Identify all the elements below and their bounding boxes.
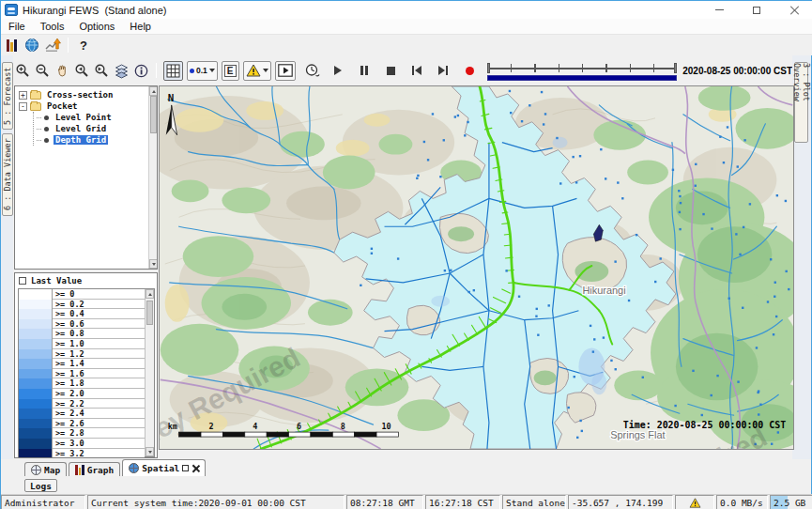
status-memory: 2.5 GB bbox=[770, 495, 812, 509]
zoom-next-button[interactable] bbox=[93, 61, 111, 81]
tab-close-icon[interactable] bbox=[192, 465, 199, 472]
warning-icon bbox=[689, 498, 701, 508]
zoom-previous-button[interactable] bbox=[73, 61, 91, 81]
legend-swatch bbox=[19, 339, 53, 349]
record-button[interactable] bbox=[461, 61, 479, 81]
map-canvas[interactable]: API Key Required API Key Required Hikura… bbox=[159, 85, 794, 450]
thresholds-dropdown[interactable] bbox=[243, 61, 271, 81]
scrollbar-thumb[interactable] bbox=[150, 96, 157, 133]
legend-row: >= 0.6 bbox=[19, 319, 145, 330]
status-warning-cell[interactable] bbox=[675, 495, 714, 509]
scroll-down-icon[interactable] bbox=[149, 259, 158, 269]
legend-rows: >= 0 >= 0.2 >= 0.4 bbox=[19, 289, 145, 456]
scrollbar-thumb[interactable] bbox=[146, 301, 153, 325]
help-button[interactable]: ? bbox=[74, 36, 93, 54]
tree-scrollbar[interactable] bbox=[148, 86, 157, 269]
place-label: Springs Flat bbox=[610, 429, 665, 440]
play-button[interactable] bbox=[329, 61, 347, 81]
legend-swatch bbox=[19, 319, 53, 330]
map-display-button[interactable] bbox=[23, 36, 41, 54]
legend-swatch bbox=[19, 419, 53, 429]
step-back-button[interactable] bbox=[408, 61, 426, 81]
legend-row-label: >= 1.4 bbox=[53, 359, 145, 369]
pause-button[interactable] bbox=[356, 61, 374, 81]
tab-graph-label: Graph bbox=[87, 465, 115, 475]
tree-item-label[interactable]: Pocket bbox=[45, 101, 80, 111]
scalebar-tick: 2 bbox=[208, 422, 213, 431]
step-forward-button[interactable] bbox=[435, 61, 452, 81]
legend-swatch bbox=[19, 300, 53, 310]
scroll-up-icon[interactable] bbox=[149, 86, 158, 96]
info-button[interactable] bbox=[132, 61, 150, 81]
legend-swatch bbox=[19, 349, 53, 360]
tree-item-depth-grid[interactable]: Depth Grid bbox=[37, 134, 155, 146]
collapse-icon[interactable]: - bbox=[19, 102, 27, 111]
timeline-start-handle[interactable] bbox=[487, 63, 490, 73]
timeline-end-handle[interactable] bbox=[674, 63, 677, 73]
tab-plot-overview[interactable]: 3 : Plot Overview bbox=[794, 62, 808, 143]
legend-scrollbar[interactable] bbox=[145, 289, 154, 456]
menu-file[interactable]: File bbox=[1, 20, 33, 33]
legend-row-label: >= 2.0 bbox=[53, 389, 145, 399]
tab-spatial[interactable]: Spatial bbox=[122, 459, 206, 476]
tree-item-label[interactable]: Level Grid bbox=[54, 124, 108, 133]
tab-maximize-icon[interactable] bbox=[182, 465, 189, 471]
tree-item-level-grid[interactable]: Level Grid bbox=[37, 123, 155, 134]
filter-tree-panel: + Cross-section - Pocket Level Point bbox=[14, 85, 158, 270]
database-button[interactable] bbox=[2, 36, 21, 54]
left-panel: + Cross-section - Pocket Level Point bbox=[13, 85, 159, 458]
menu-help[interactable]: Help bbox=[122, 20, 159, 33]
tab-map[interactable]: Map bbox=[24, 462, 67, 476]
class-break-dropdown[interactable]: 0.1 bbox=[187, 61, 218, 81]
globe-icon bbox=[24, 38, 39, 53]
timeline-track[interactable] bbox=[487, 63, 678, 72]
maximize-button[interactable] bbox=[738, 1, 775, 19]
tree-item-label[interactable]: Level Point bbox=[54, 113, 114, 122]
menu-tools[interactable]: Tools bbox=[33, 20, 72, 33]
tree-item-pocket[interactable]: - Pocket bbox=[17, 100, 155, 112]
pause-icon bbox=[360, 66, 368, 75]
animation-button[interactable] bbox=[275, 61, 296, 81]
pan-button[interactable] bbox=[54, 61, 71, 81]
expand-icon[interactable]: + bbox=[19, 91, 27, 100]
layers-button[interactable] bbox=[113, 61, 130, 81]
scroll-up-icon[interactable] bbox=[146, 289, 154, 299]
last-value-row: Last Value bbox=[15, 273, 157, 287]
legend-row: >= 1.4 bbox=[19, 359, 145, 369]
step-forward-icon bbox=[438, 66, 448, 75]
close-button[interactable] bbox=[775, 1, 812, 19]
logs-row: Logs bbox=[13, 477, 57, 493]
menu-options[interactable]: Options bbox=[71, 20, 122, 33]
clock-run-icon bbox=[304, 63, 320, 79]
stop-button[interactable] bbox=[382, 61, 400, 81]
status-coordinates: -35.657 , 174.199 bbox=[568, 495, 673, 509]
spatial-display-button[interactable] bbox=[43, 36, 62, 54]
tree-item-label-selected[interactable]: Depth Grid bbox=[54, 135, 108, 145]
tab-data-viewer[interactable]: 6 : Data Viewer bbox=[2, 133, 13, 216]
legend-row: >= 0.8 bbox=[19, 329, 145, 339]
logs-button[interactable]: Logs bbox=[24, 479, 57, 492]
tree-item-level-point[interactable]: Level Point bbox=[37, 112, 155, 123]
tree-item-cross-section[interactable]: + Cross-section bbox=[17, 89, 155, 100]
timeline-slider[interactable] bbox=[487, 59, 678, 82]
legend-row: >= 0.4 bbox=[19, 309, 145, 319]
scroll-down-icon[interactable] bbox=[146, 447, 154, 456]
timeline-datetime: 2020-08-25 00:00:00 CST bbox=[682, 66, 792, 76]
tab-forecast[interactable]: 5 : Forecast bbox=[2, 62, 13, 130]
town-label: Hikurangi bbox=[582, 285, 625, 296]
tree-item-label[interactable]: Cross-section bbox=[45, 90, 115, 100]
legend-row-label: >= 0.4 bbox=[53, 309, 145, 319]
zoom-out-button[interactable] bbox=[34, 61, 52, 81]
last-value-checkbox[interactable] bbox=[19, 277, 26, 285]
legend-toggle-button[interactable]: E bbox=[222, 61, 239, 81]
tab-graph[interactable]: Graph bbox=[69, 462, 120, 476]
legend-row: >= 3.2 bbox=[19, 449, 145, 459]
window-title: Hikurangi FEWS (Stand alone) bbox=[23, 5, 166, 16]
run-scheduler-button[interactable] bbox=[303, 61, 321, 81]
minimize-button[interactable] bbox=[700, 1, 738, 19]
zoom-previous-icon bbox=[74, 63, 90, 79]
fews-window: Hikurangi FEWS (Stand alone) File Tools … bbox=[0, 0, 812, 509]
legend-row-label: >= 1.6 bbox=[53, 369, 145, 379]
grid-display-button[interactable] bbox=[163, 61, 183, 81]
zoom-in-button[interactable] bbox=[14, 61, 32, 81]
